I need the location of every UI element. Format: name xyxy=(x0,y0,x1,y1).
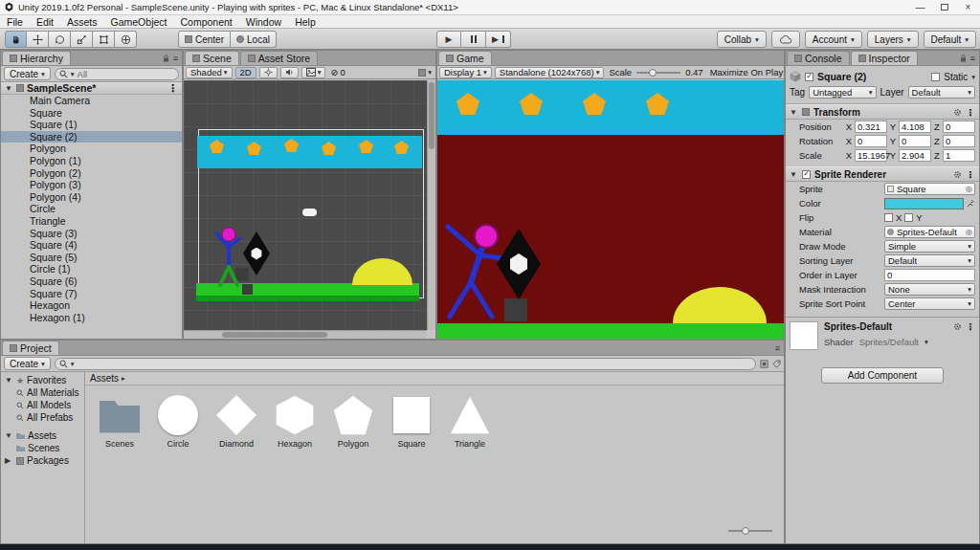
x-value-field[interactable]: 15.1967 xyxy=(855,149,887,162)
scene-context-menu-icon[interactable]: ⋮ xyxy=(168,82,179,94)
hierarchy-item[interactable]: Square (3) xyxy=(1,228,182,240)
hierarchy-item[interactable]: Square (2) xyxy=(1,131,182,143)
foldout-closed-icon[interactable]: ▶ xyxy=(5,456,13,465)
menu-item[interactable]: Window xyxy=(239,15,288,29)
mask-interaction-dropdown[interactable]: None▾ xyxy=(884,283,975,296)
order-in-layer-field[interactable]: 0 xyxy=(884,269,975,281)
z-value-field[interactable]: 0 xyxy=(943,121,975,133)
layer-dropdown[interactable]: Default▾ xyxy=(908,86,975,99)
hierarchy-search-input[interactable]: ▾ All xyxy=(55,68,179,80)
tag-dropdown[interactable]: Untagged▾ xyxy=(809,86,876,99)
pivot-mode-button[interactable]: Center xyxy=(178,31,231,48)
search-by-type-icon[interactable] xyxy=(760,360,768,368)
eyedropper-icon[interactable] xyxy=(967,199,975,208)
menu-item[interactable]: Component xyxy=(173,15,238,29)
hierarchy-item[interactable]: Polygon (2) xyxy=(1,167,182,180)
component-enabled-checkbox[interactable]: ✓ xyxy=(802,170,811,179)
aspect-dropdown[interactable]: Standalone (1024x768)▾ xyxy=(495,67,605,78)
sprite-renderer-component-header[interactable]: ▼ ✓ Sprite Renderer ⋮ xyxy=(786,166,979,182)
foldout-open-icon[interactable]: ▼ xyxy=(790,170,798,179)
menu-item[interactable]: Edit xyxy=(30,15,60,29)
foldout-open-icon[interactable]: ▼ xyxy=(5,431,13,440)
cloud-sprite[interactable] xyxy=(302,209,317,216)
asset-item[interactable]: Triangle xyxy=(445,393,495,449)
tab-inspector[interactable]: Inspector xyxy=(851,51,918,65)
layers-dropdown[interactable]: Layers▾ xyxy=(867,31,919,48)
scene-horizontal-scrollbar[interactable] xyxy=(184,330,427,339)
scene-audio-toggle[interactable] xyxy=(280,67,299,78)
asset-item[interactable]: Hexagon xyxy=(270,393,320,449)
hierarchy-item[interactable]: Square (1) xyxy=(1,119,182,131)
create-button[interactable]: Create▾ xyxy=(4,67,51,80)
play-button[interactable]: ▶ xyxy=(436,31,461,48)
menu-item[interactable]: File xyxy=(0,15,30,29)
gizmos-dropdown[interactable]: ▾ xyxy=(416,68,434,77)
asset-item[interactable]: Scenes xyxy=(95,393,145,449)
minimize-button[interactable]: — xyxy=(908,0,932,14)
scale-tool-button[interactable] xyxy=(71,31,93,48)
tab-asset-store[interactable]: Asset Store xyxy=(240,51,318,65)
asset-item[interactable]: Diamond xyxy=(212,393,261,449)
z-value-field[interactable]: 0 xyxy=(943,135,975,147)
sky-sprite[interactable] xyxy=(197,136,422,168)
close-button[interactable]: × xyxy=(956,0,980,14)
tab-project[interactable]: Project xyxy=(2,341,59,355)
menu-item[interactable]: Assets xyxy=(60,15,104,29)
foldout-open-icon[interactable]: ▼ xyxy=(790,108,798,117)
transform-component-header[interactable]: ▼ Transform ⋮ xyxy=(786,104,979,120)
hierarchy-item[interactable]: Polygon (1) xyxy=(1,155,182,167)
search-filter-caret-icon[interactable]: ▾ xyxy=(71,70,75,78)
x-value-field[interactable]: 0 xyxy=(855,135,887,147)
lock-icon[interactable] xyxy=(960,55,967,62)
gameobject-name-field[interactable]: Square (2) xyxy=(817,71,866,82)
slider-thumb[interactable] xyxy=(742,527,749,535)
scene-effects-dropdown[interactable]: ▾ xyxy=(301,67,326,78)
component-menu-icon[interactable]: ⋮ xyxy=(966,107,975,118)
hierarchy-item[interactable]: Triangle xyxy=(1,215,182,228)
scrollbar-thumb[interactable] xyxy=(222,332,327,338)
tab-console[interactable]: Console xyxy=(787,51,850,65)
pause-button[interactable] xyxy=(461,31,486,48)
chevron-down-icon[interactable]: ▾ xyxy=(924,338,928,346)
collab-button[interactable]: Collab▾ xyxy=(717,31,767,48)
color-swatch[interactable] xyxy=(884,198,964,209)
menu-item[interactable]: GameObject xyxy=(104,15,174,29)
y-value-field[interactable]: 2.904 xyxy=(899,149,931,162)
gear-icon[interactable] xyxy=(953,322,962,331)
hierarchy-item[interactable]: Square (7) xyxy=(1,288,182,300)
x-value-field[interactable]: 0.321 xyxy=(855,121,887,133)
foldout-open-icon[interactable]: ▼ xyxy=(5,84,13,93)
material-object-field[interactable]: Sprites-Default ◎ xyxy=(884,226,975,238)
pivot-rotation-button[interactable]: Local xyxy=(231,31,277,48)
tab-hierarchy[interactable]: Hierarchy xyxy=(2,51,71,65)
hierarchy-item[interactable]: Hexagon (1) xyxy=(1,312,182,324)
assets-root[interactable]: ▼ Assets xyxy=(1,429,84,442)
panel-menu-icon[interactable]: ≡ xyxy=(775,343,780,353)
flip-x-checkbox[interactable] xyxy=(884,213,893,222)
y-value-field[interactable]: 4.108 xyxy=(899,121,931,133)
object-picker-icon[interactable]: ◎ xyxy=(966,185,972,193)
tab-scene[interactable]: Scene xyxy=(185,51,239,65)
hand-tool-button[interactable] xyxy=(5,31,27,48)
tab-game[interactable]: Game xyxy=(438,51,492,65)
step-button[interactable]: ▶ xyxy=(486,31,511,48)
hierarchy-item[interactable]: Polygon (4) xyxy=(1,191,182,204)
search-by-label-icon[interactable] xyxy=(772,360,781,368)
static-dropdown-icon[interactable]: ▾ xyxy=(971,73,975,81)
draw-mode-dropdown[interactable]: Simple▾ xyxy=(884,240,975,253)
move-tool-button[interactable] xyxy=(27,31,49,48)
folder-item[interactable]: Scenes xyxy=(1,442,84,454)
scene-vertical-scrollbar[interactable] xyxy=(427,80,435,330)
y-value-field[interactable]: 0 xyxy=(899,135,931,147)
favorite-item[interactable]: All Materials xyxy=(1,386,84,399)
foldout-open-icon[interactable]: ▼ xyxy=(5,376,13,385)
player-sprite[interactable] xyxy=(212,227,245,288)
scale-slider[interactable] xyxy=(636,68,680,77)
rotate-tool-button[interactable] xyxy=(49,31,71,48)
gear-icon[interactable] xyxy=(953,108,962,117)
2d-toggle-button[interactable]: 2D xyxy=(235,67,256,78)
component-menu-icon[interactable]: ⋮ xyxy=(966,169,975,180)
favorites-root[interactable]: ▼ ★ Favorites xyxy=(1,374,84,386)
menu-item[interactable]: Help xyxy=(288,15,323,29)
static-checkbox[interactable] xyxy=(931,73,940,81)
